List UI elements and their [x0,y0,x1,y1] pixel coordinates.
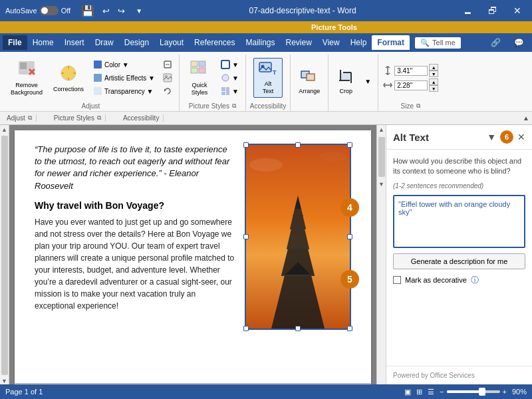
reset-picture-button[interactable] [160,85,175,97]
ribbon-collapse-btn[interactable]: ▲ [523,114,529,122]
autosave-toggle[interactable] [40,6,59,15]
decorative-checkbox[interactable] [393,276,401,284]
tell-me-label: Tell me [432,39,456,47]
corrections-button[interactable]: Corrections [49,61,88,95]
arrange-button[interactable]: Arrange [295,66,324,97]
comments-button[interactable]: 💬 [509,35,529,50]
size-expand[interactable]: ⧉ [416,102,420,110]
picture-effects-label: ▼ [232,74,239,82]
handle-mid-left[interactable] [243,234,249,239]
view-outline-icon[interactable]: ☰ [428,388,434,396]
handle-bot-mid[interactable] [295,326,301,331]
alt-text-textarea[interactable] [393,195,525,248]
panel-header: Alt Text ▼ 6 ✕ [386,125,532,150]
minimize-button[interactable]: 🗕 [458,3,477,19]
menu-review[interactable]: Review [281,35,317,50]
panel-close-btn[interactable]: ✕ [517,132,525,142]
alt-text-button[interactable]: T AltText [253,58,283,98]
handle-top-right[interactable] [347,142,352,148]
menu-references[interactable]: References [189,35,240,50]
compress-pictures-button[interactable] [160,59,175,70]
page-info: Page 1 of 1 [5,388,43,396]
width-down[interactable]: ▼ [429,85,438,92]
picture-effects-button[interactable]: ▼ [218,72,241,84]
menu-mailings[interactable]: Mailings [240,35,280,50]
size-inputs: ▲ ▼ ▲ ▼ [382,64,438,92]
panel-footer-text: Powered by Office Services [393,372,475,379]
rb-adjust-expand[interactable]: ⧉ [28,114,32,122]
alt-text-label: AltText [263,80,274,95]
svg-marker-39 [281,249,315,275]
tell-me-box[interactable]: 🔍 Tell me [415,37,461,49]
rb-styles-expand[interactable]: ⧉ [97,114,101,122]
menu-design[interactable]: Design [119,35,154,50]
menu-insert[interactable]: Insert [59,35,90,50]
handle-bot-left[interactable] [243,326,249,331]
transparency-button[interactable]: Transparency ▼ [90,85,158,97]
scroll-down-btn[interactable]: ▼ [1,378,7,384]
zoom-plus-btn[interactable]: + [503,388,507,396]
image-container[interactable]: 4 5 [245,144,351,330]
restore-button[interactable]: 🗗 [483,3,503,19]
panel-collapse-btn[interactable]: ▼ [487,132,496,142]
change-picture-button[interactable] [160,72,175,84]
artistic-effects-button[interactable]: Artistic Effects ▼ [90,72,158,84]
redo-button[interactable]: ↪ [115,6,128,16]
zoom-minus-btn[interactable]: − [440,388,444,396]
view-web-icon[interactable]: ⊞ [416,388,422,396]
menu-layout[interactable]: Layout [154,35,189,50]
ribbon-group-adjust: RemoveBackground Corrections [3,55,180,111]
svg-rect-17 [191,61,198,66]
handle-top-left[interactable] [243,142,249,148]
svg-rect-19 [191,68,198,73]
size-group-label: Size [400,101,413,111]
picture-styles-expand[interactable]: ⧉ [232,102,236,110]
picture-layout-button[interactable]: ▼ [218,85,241,97]
close-button[interactable]: ✕ [508,3,527,19]
height-input[interactable] [394,66,428,76]
scroll-up-btn[interactable]: ▲ [1,126,7,133]
menu-help[interactable]: Help [345,35,372,50]
corrections-label: Corrections [53,86,84,92]
vscroll-up[interactable]: ▲ [377,125,386,134]
share-button[interactable]: 🔗 [485,35,506,50]
handle-top-mid[interactable] [295,142,301,148]
width-input[interactable] [394,80,428,90]
handle-bot-right[interactable] [347,326,352,331]
menu-file[interactable]: File [3,35,27,50]
panel-header-icons: ▼ 6 ✕ [487,130,525,144]
eiffel-svg [268,196,328,329]
transparency-label: Transparency ▼ [104,88,153,95]
ribbon-top-styles: QuickStyles ▼ ▼ ▼ [184,55,241,101]
generate-description-button[interactable]: Generate a description for me [393,253,525,269]
menu-view[interactable]: View [317,35,345,50]
decorative-label: Mark as decorative [405,276,467,284]
vscroll-down[interactable]: ▼ [377,180,386,189]
crop-dropdown[interactable]: ▼ [362,76,374,86]
height-row: ▲ ▼ [382,64,438,77]
ribbon-group-size: ▲ ▼ ▲ ▼ Size ⧉ [378,55,442,111]
color-button[interactable]: Color ▼ [90,59,158,70]
vscroll-thumb[interactable] [378,137,385,177]
svg-marker-42 [295,196,301,209]
menu-format[interactable]: Format [372,35,410,50]
save-button[interactable]: 💾 [78,5,97,17]
crop-button[interactable]: Crop [332,66,359,97]
handle-mid-right[interactable] [347,234,352,239]
customize-qat-button[interactable]: ▼ [130,5,148,17]
svg-rect-30 [307,74,315,80]
zoom-slider[interactable] [447,390,500,393]
undo-button[interactable]: ↩ [100,6,112,16]
adjust-group-label: Adjust [82,101,100,111]
menu-draw[interactable]: Draw [90,35,119,50]
scroll-thumb-v[interactable] [1,136,8,375]
width-up[interactable]: ▲ [429,78,438,85]
height-up[interactable]: ▲ [429,64,438,70]
height-down[interactable]: ▼ [429,70,438,77]
picture-border-button[interactable]: ▼ [218,59,241,70]
quick-styles-button[interactable]: QuickStyles [184,57,215,99]
info-icon[interactable]: ⓘ [471,275,479,286]
menu-home[interactable]: Home [27,35,59,50]
remove-background-button[interactable]: RemoveBackground [7,57,47,99]
view-normal-icon[interactable]: ▣ [404,388,411,396]
